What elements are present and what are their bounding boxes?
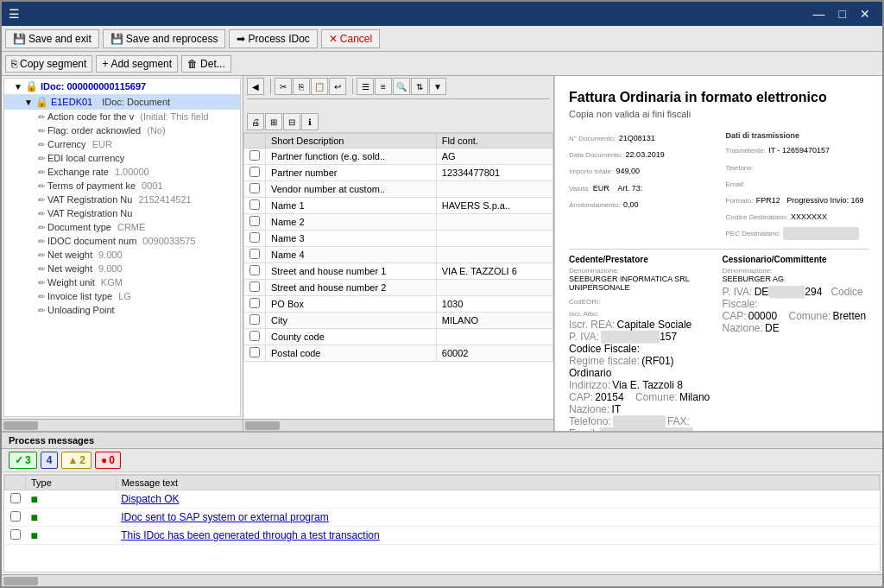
tree-item-currency[interactable]: ✏ Currency EUR	[4, 137, 240, 151]
bottom-scroll-thumb[interactable]	[3, 577, 38, 585]
align-icon[interactable]: ☰	[357, 78, 374, 95]
tab-blue[interactable]: 4	[41, 452, 59, 469]
msg-link[interactable]: Dispatch OK	[121, 493, 179, 505]
cut-icon[interactable]: ✂	[275, 78, 292, 95]
table-row[interactable]: Postal code60002	[244, 345, 553, 362]
msg-link[interactable]: This IDoc has been generated through a t…	[121, 529, 380, 541]
middle-table-area[interactable]: Short Description Fld cont. Partner func…	[243, 133, 553, 419]
tree-item-invoicelist[interactable]: ✏ Invoice list type LG	[4, 289, 240, 303]
process-idoc-button[interactable]: ➡ Process IDoc	[229, 29, 317, 48]
prev-icon[interactable]: ◀	[247, 78, 264, 95]
close-button[interactable]: ✕	[855, 7, 875, 21]
row-checkbox[interactable]	[249, 199, 260, 210]
view-icon[interactable]: ⊞	[265, 113, 282, 130]
row-checkbox[interactable]	[249, 167, 260, 177]
det-button[interactable]: 🗑 Det...	[181, 55, 231, 73]
row-checkbox[interactable]	[249, 183, 260, 193]
tree-item-edi-currency[interactable]: ✏ EDI local currency	[4, 151, 240, 165]
save-exit-button[interactable]: 💾 Save and exit	[5, 29, 99, 48]
sort-icon[interactable]: ⇅	[411, 78, 428, 95]
paste-icon[interactable]: 📋	[311, 78, 328, 95]
row-checkbox[interactable]	[249, 232, 260, 243]
row-checkbox-cell[interactable]	[244, 280, 266, 296]
tree-node-e1edk01[interactable]: ▼ 🔒 E1EDK01 IDoc: Document	[4, 94, 240, 110]
table-row[interactable]: Name 3	[244, 231, 553, 247]
msg-checkbox[interactable]	[10, 493, 21, 503]
tab-red[interactable]: ● 0	[95, 452, 121, 469]
row-checkbox[interactable]	[249, 331, 260, 341]
search-icon[interactable]: 🔍	[393, 78, 410, 95]
tree-item-vat1[interactable]: ✏ VAT Registration Nu 2152414521	[4, 193, 240, 206]
msg-checkbox[interactable]	[10, 511, 21, 522]
row-checkbox-cell[interactable]	[244, 329, 266, 345]
tab-green[interactable]: ✓ 3	[9, 452, 37, 469]
table-row[interactable]: CityMILANO	[244, 313, 553, 329]
msg-checkbox-cell[interactable]	[5, 509, 26, 527]
table-row[interactable]: Street and house number 1VIA E. TAZZOLI …	[244, 263, 553, 280]
row-checkbox-cell[interactable]	[244, 296, 266, 313]
tree-item-vat2[interactable]: ✏ VAT Registration Nu	[4, 206, 240, 220]
msg-text-cell[interactable]: IDoc sent to SAP system or external prog…	[116, 509, 879, 527]
row-checkbox[interactable]	[249, 298, 260, 308]
row-checkbox-cell[interactable]	[244, 345, 266, 362]
row-checkbox-cell[interactable]	[244, 313, 266, 329]
msg-text-cell[interactable]: Dispatch OK	[116, 490, 879, 509]
row-checkbox-cell[interactable]	[244, 231, 266, 247]
tree-item-unloading[interactable]: ✏ Unloading Point	[4, 303, 240, 317]
message-row[interactable]: ■IDoc sent to SAP system or external pro…	[5, 509, 880, 527]
row-checkbox[interactable]	[249, 347, 260, 357]
undo-icon[interactable]: ↩	[329, 78, 346, 95]
tree-item-doctype[interactable]: ✏ Document type CRME	[4, 220, 240, 234]
row-checkbox[interactable]	[249, 150, 260, 161]
row-checkbox[interactable]	[249, 216, 260, 226]
maximize-button[interactable]: □	[834, 7, 851, 21]
table-row[interactable]: Partner number12334477801	[244, 165, 553, 181]
save-reprocess-button[interactable]: 💾 Save and reprocess	[103, 29, 226, 48]
row-checkbox-cell[interactable]	[244, 181, 266, 198]
row-checkbox-cell[interactable]	[244, 247, 266, 263]
table-row[interactable]: Partner function (e.g. sold..AG	[244, 149, 553, 165]
tab-yellow[interactable]: ▲ 2	[61, 452, 92, 469]
row-checkbox-cell[interactable]	[244, 165, 266, 181]
minimize-button[interactable]: —	[808, 7, 830, 21]
tree-item-payment[interactable]: ✏ Terms of payment ke 0001	[4, 179, 240, 193]
table-row[interactable]: County code	[244, 329, 553, 345]
row-checkbox-cell[interactable]	[244, 149, 266, 165]
row-checkbox-cell[interactable]	[244, 198, 266, 214]
message-row[interactable]: ■This IDoc has been generated through a …	[5, 527, 880, 545]
tree-item-action[interactable]: ✏ Action code for the v (Initial: This f…	[4, 110, 240, 123]
msg-checkbox-cell[interactable]	[5, 527, 26, 545]
row-checkbox[interactable]	[249, 314, 260, 325]
row-checkbox[interactable]	[249, 265, 260, 275]
view2-icon[interactable]: ⊟	[283, 113, 300, 130]
tree-item-exchange[interactable]: ✏ Exchange rate 1.00000	[4, 165, 240, 179]
table-row[interactable]: Street and house number 2	[244, 280, 553, 296]
tree-item-flag[interactable]: ✏ Flag: order acknowled (No)	[4, 123, 240, 137]
middle-scroll-thumb[interactable]	[245, 421, 280, 430]
add-segment-button[interactable]: + Add segment	[96, 55, 178, 73]
tree-scroll-thumb[interactable]	[3, 421, 38, 430]
list-icon[interactable]: ≡	[375, 78, 392, 95]
info-icon[interactable]: ℹ	[301, 113, 319, 130]
message-row[interactable]: ■Dispatch OK	[5, 490, 880, 509]
table-row[interactable]: Name 4	[244, 247, 553, 263]
hamburger-menu[interactable]: ☰	[9, 7, 20, 21]
copy-segment-button[interactable]: ⎘ Copy segment	[5, 55, 92, 73]
table-row[interactable]: Vendor number at custom..	[244, 181, 553, 198]
middle-horizontal-scrollbar[interactable]	[243, 419, 553, 431]
table-row[interactable]: Name 1HAVERS S.p.a..	[244, 198, 553, 214]
tree-item-netweight2[interactable]: ✏ Net weight 9.000	[4, 262, 240, 275]
tree-item-idocnum[interactable]: ✏ IDOC document num 0090033575	[4, 234, 240, 248]
msg-checkbox-cell[interactable]	[5, 490, 26, 509]
tree-horizontal-scrollbar[interactable]	[2, 419, 243, 431]
row-checkbox[interactable]	[249, 281, 260, 292]
row-checkbox-cell[interactable]	[244, 214, 266, 231]
tree-item-netweight1[interactable]: ✏ Net weight 9.000	[4, 248, 240, 262]
msg-checkbox[interactable]	[10, 529, 21, 540]
print-icon[interactable]: 🖨	[247, 113, 264, 130]
table-row[interactable]: Name 2	[244, 214, 553, 231]
filter-icon[interactable]: ▼	[429, 78, 446, 95]
row-checkbox[interactable]	[249, 249, 260, 259]
msg-text-cell[interactable]: This IDoc has been generated through a t…	[116, 527, 879, 545]
bottom-horizontal-scrollbar[interactable]	[2, 574, 882, 586]
